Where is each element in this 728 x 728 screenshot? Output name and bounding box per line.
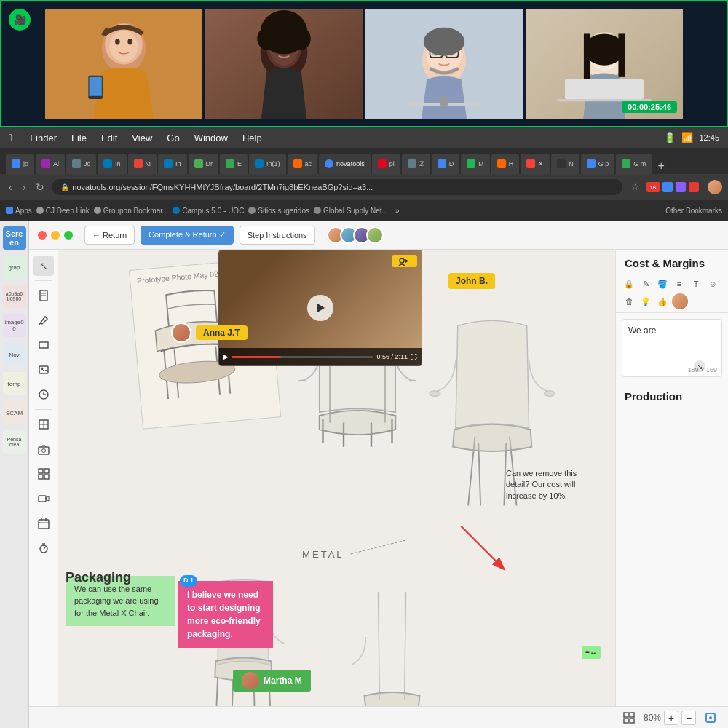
panel-emoji-icon[interactable]: ☺ bbox=[705, 277, 720, 291]
tool-timer[interactable] bbox=[33, 538, 54, 558]
menu-go[interactable]: Go bbox=[167, 132, 179, 143]
video-overlay[interactable]: ▶ 0:56 / 2:11 ⛶ bbox=[218, 250, 422, 366]
tool-camera[interactable] bbox=[33, 439, 54, 459]
menu-file[interactable]: File bbox=[71, 132, 87, 143]
bookmark-apps[interactable]: Apps bbox=[6, 207, 32, 215]
video-tile-1[interactable] bbox=[45, 9, 202, 119]
video-tile-3[interactable] bbox=[365, 9, 523, 119]
browser-tab-active[interactable]: novatools bbox=[319, 154, 371, 174]
svg-rect-55 bbox=[39, 469, 43, 473]
browser-tab[interactable]: E bbox=[220, 154, 248, 174]
panel-lock-icon[interactable]: 🔒 bbox=[622, 277, 636, 291]
return-button[interactable]: ← Return bbox=[84, 226, 135, 245]
menu-finder[interactable]: Finder bbox=[30, 132, 57, 143]
panel-align-icon[interactable]: ≡ bbox=[672, 277, 687, 291]
url-bar[interactable]: 🔒 novatools.org/session/FQmsKYHHMtYJBfra… bbox=[52, 179, 622, 195]
browser-tab[interactable]: N bbox=[551, 154, 579, 174]
browser-tab[interactable]: In(1) bbox=[249, 154, 286, 174]
bookmark-groupon[interactable]: Groupon Bookmar... bbox=[94, 207, 169, 215]
tool-video[interactable] bbox=[33, 488, 54, 509]
menu-edit[interactable]: Edit bbox=[101, 132, 117, 143]
new-tab-button[interactable]: + bbox=[653, 158, 669, 174]
back-button[interactable]: ‹ bbox=[6, 180, 15, 194]
browser-tab[interactable]: pi bbox=[372, 154, 400, 174]
tool-table[interactable] bbox=[33, 414, 54, 435]
tool-pen[interactable] bbox=[33, 310, 54, 331]
browser-bookmarks: Apps CJ Deep Link Groupon Bookmar... Cam… bbox=[0, 200, 728, 221]
fit-view-btn[interactable] bbox=[702, 709, 719, 727]
right-panel: Cost & Margins 🔒 ✎ 🪣 ≡ T ☺ 🗑 💡 👍 bbox=[615, 250, 728, 706]
browser-tab-close[interactable]: ✕ bbox=[521, 154, 550, 174]
window-minimize-btn[interactable] bbox=[51, 231, 60, 240]
browser-tab[interactable]: M bbox=[128, 154, 157, 174]
panel-light-icon[interactable]: 💡 bbox=[638, 294, 653, 309]
tool-image[interactable] bbox=[33, 360, 54, 380]
browser-tab[interactable]: In bbox=[158, 154, 187, 174]
browser-tab[interactable]: Al bbox=[36, 154, 65, 174]
tool-file[interactable] bbox=[33, 285, 54, 306]
browser-tab[interactable]: jo bbox=[6, 154, 34, 174]
tool-select[interactable]: ↖ bbox=[33, 256, 54, 276]
panel-pen-icon[interactable]: ✎ bbox=[638, 277, 653, 291]
mac-time: 12:45 bbox=[699, 133, 719, 142]
browser-tab[interactable]: ac bbox=[288, 154, 318, 174]
browser-tab[interactable]: In bbox=[98, 154, 127, 174]
tool-clock[interactable] bbox=[33, 384, 54, 405]
fullscreen-icon[interactable]: ⛶ bbox=[411, 353, 417, 360]
browser-tab[interactable]: D bbox=[432, 154, 460, 174]
forward-button[interactable]: › bbox=[20, 180, 29, 194]
progress-bar[interactable] bbox=[232, 356, 373, 358]
bookmark-cj[interactable]: CJ Deep Link bbox=[36, 207, 90, 215]
cost-text-box[interactable]: We are 189 × 169 ↘ bbox=[622, 319, 722, 377]
panel-like-icon[interactable]: 👍 bbox=[655, 294, 670, 309]
bookmarks-more[interactable]: » bbox=[395, 207, 400, 215]
menu-window[interactable]: Window bbox=[194, 132, 228, 143]
menu-help[interactable]: Help bbox=[242, 132, 262, 143]
url-text: novatools.org/session/FQmsKYHHMtYJBfray/… bbox=[72, 183, 373, 191]
tool-rect[interactable] bbox=[33, 335, 54, 355]
expand-icon[interactable]: ↘ bbox=[694, 360, 705, 372]
nav-bookmark-icon[interactable]: ☆ bbox=[631, 182, 639, 192]
app-area: Screen grap a0b3a6b69ff0 image00 Nov tem… bbox=[0, 221, 728, 728]
user-avatars bbox=[327, 226, 384, 244]
canvas-content: ↖ bbox=[29, 250, 728, 706]
grid-view-btn[interactable] bbox=[620, 709, 638, 727]
tool-grid[interactable] bbox=[33, 464, 54, 484]
zoom-out-btn[interactable]: − bbox=[681, 711, 696, 725]
browser-tab[interactable]: ℤ bbox=[402, 154, 430, 174]
tool-calendar[interactable] bbox=[33, 513, 54, 534]
video-tile-2[interactable] bbox=[205, 9, 363, 119]
mac-topbar:  Finder File Edit View Go Window Help 🔋… bbox=[0, 127, 728, 148]
menu-view[interactable]: View bbox=[132, 132, 152, 143]
video-tile-4[interactable]: 00:00:25:46 bbox=[526, 9, 683, 119]
browser-tab[interactable]: H bbox=[491, 154, 520, 174]
play-icon[interactable]: ▶ bbox=[223, 353, 229, 360]
svg-rect-88 bbox=[630, 719, 634, 723]
panel-trash-icon[interactable]: 🗑 bbox=[622, 294, 636, 309]
browser-tab[interactable]: Dr bbox=[189, 154, 219, 174]
play-button[interactable] bbox=[307, 295, 333, 321]
complete-return-button[interactable]: Complete & Return ✓ bbox=[141, 226, 234, 245]
mac-wifi-icon: 📶 bbox=[681, 132, 693, 143]
svg-rect-53 bbox=[39, 447, 49, 454]
bookmark-other[interactable]: Other Bookmarks bbox=[665, 207, 722, 215]
video-time: 0:56 / 2:11 bbox=[376, 353, 408, 360]
panel-text-icon[interactable]: T bbox=[689, 277, 703, 291]
window-maximize-btn[interactable] bbox=[64, 231, 73, 240]
zoom-in-btn[interactable]: + bbox=[664, 711, 678, 725]
browser-tab[interactable]: G m bbox=[616, 154, 652, 174]
svg-text:METAL: METAL bbox=[302, 549, 344, 560]
bookmark-sitios[interactable]: Sitios sugeridos bbox=[248, 207, 309, 215]
browser-tab[interactable]: M bbox=[461, 154, 490, 174]
packaging-pink-note: D 1 I believe we need to start designing… bbox=[178, 581, 273, 648]
window-close-btn[interactable] bbox=[38, 231, 47, 240]
reload-button[interactable]: ↻ bbox=[33, 180, 47, 194]
bookmark-campus[interactable]: Campus 5.0 - UOC bbox=[173, 207, 244, 215]
canvas-main[interactable]: Prototype Photo May 02 bbox=[58, 250, 615, 706]
panel-bucket-icon[interactable]: 🪣 bbox=[655, 277, 670, 291]
browser-tab[interactable]: Jc bbox=[66, 154, 96, 174]
instructions-button[interactable]: Step Instructions bbox=[240, 226, 315, 245]
browser-tab[interactable]: G p bbox=[581, 154, 615, 174]
svg-text:Prototype Photo May 02: Prototype Photo May 02 bbox=[137, 270, 219, 285]
bookmark-global[interactable]: Global Supply Net... bbox=[314, 207, 388, 215]
